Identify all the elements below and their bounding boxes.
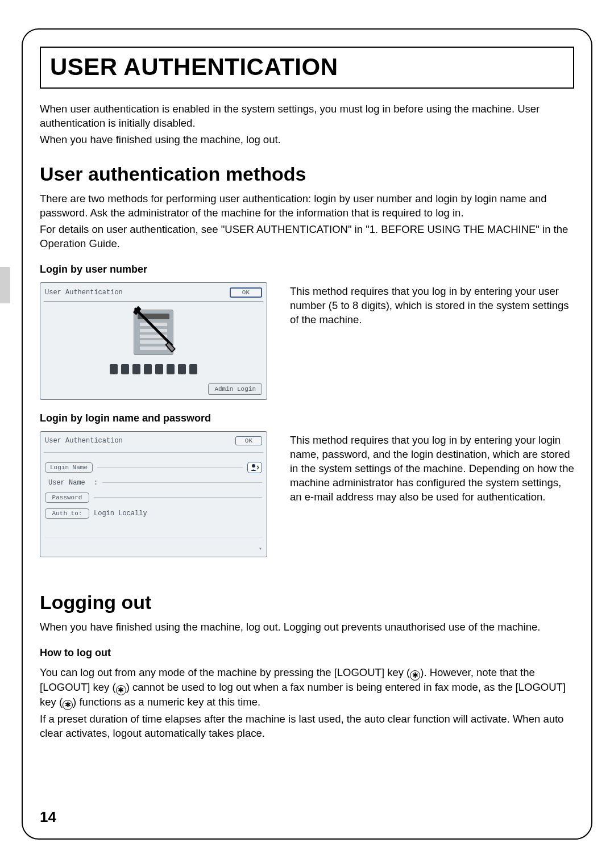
logout-key-icon: ✱ (63, 700, 73, 710)
login-name-button[interactable]: Login Name (45, 462, 93, 473)
intro-paragraph-2: When you have finished using the machine… (40, 133, 574, 147)
page-number: 14 (40, 808, 56, 826)
page-title: USER AUTHENTICATION (50, 53, 564, 81)
password-field-line (94, 497, 262, 498)
keypad-illustration (45, 305, 262, 358)
login-by-number-row: User Authentication OK (40, 282, 574, 400)
logout-key-icon: ✱ (410, 670, 420, 681)
scroll-indicator-icon: ▾ (259, 545, 262, 552)
login-by-number-subhead: Login by user number (40, 264, 574, 276)
pen-overlay-icon (128, 304, 179, 355)
login-name-panel: User Authentication OK Login Name User N… (40, 431, 267, 557)
auth-to-row: Auth to: Login Locally (45, 508, 262, 519)
panel-title: User Authentication (45, 289, 123, 297)
title-box: USER AUTHENTICATION (40, 47, 574, 89)
user-number-panel: User Authentication OK (40, 282, 267, 400)
password-button[interactable]: Password (45, 493, 89, 503)
ok-button[interactable]: OK (235, 436, 262, 445)
logout-paragraph: When you have finished using the machine… (40, 620, 574, 635)
panel-body: Admin Login (44, 302, 263, 396)
logout-heading: Logging out (40, 591, 574, 614)
svg-point-0 (252, 464, 255, 468)
page-frame: USER AUTHENTICATION When user authentica… (22, 28, 592, 840)
login-by-login-desc: This method requires that you log in by … (290, 431, 574, 504)
panel-header: User Authentication OK (44, 286, 263, 302)
logout-key-icon: ✱ (116, 685, 126, 695)
user-name-colon: : (94, 479, 98, 487)
digit-placeholder-row (45, 364, 262, 374)
methods-paragraph-1: There are two methods for performing use… (40, 192, 574, 220)
logout-body-1d: ) functions as a numeric key at this tim… (73, 696, 260, 708)
auth-to-button[interactable]: Auth to: (45, 508, 89, 519)
side-tab (0, 267, 10, 303)
methods-heading: User authentication methods (40, 163, 574, 185)
login-by-number-desc: This method requires that you log in by … (290, 282, 574, 327)
panel-title: User Authentication (45, 437, 123, 445)
admin-login-row: Admin Login (45, 378, 262, 395)
password-row: Password (45, 493, 262, 503)
login-name-field-line (97, 467, 243, 468)
auth-to-value: Login Locally (94, 510, 147, 518)
login-by-login-subhead: Login by login name and password (40, 412, 574, 424)
logout-body-1: You can log out from any mode of the mac… (40, 666, 574, 710)
user-name-row: User Name : (45, 479, 262, 487)
logout-body-1a: You can log out from any mode of the mac… (40, 666, 410, 678)
panel-body: Login Name User Name : Password Auth t (44, 453, 263, 553)
user-name-label: User Name (45, 479, 89, 487)
login-name-row: Login Name (45, 462, 262, 473)
login-by-login-row: User Authentication OK Login Name User N… (40, 431, 574, 557)
user-select-icon[interactable] (247, 462, 262, 473)
ok-button[interactable]: OK (230, 287, 262, 298)
intro-paragraph-1: When user authentication is enabled in t… (40, 102, 574, 131)
logout-body-2: If a preset duration of time elapses aft… (40, 712, 574, 741)
how-to-logout-subhead: How to log out (40, 647, 574, 659)
panel-header: User Authentication OK (44, 435, 263, 449)
methods-paragraph-2: For details on user authentication, see … (40, 223, 574, 251)
separator (45, 537, 262, 537)
admin-login-button[interactable]: Admin Login (208, 383, 262, 395)
user-name-field-line (102, 482, 262, 483)
